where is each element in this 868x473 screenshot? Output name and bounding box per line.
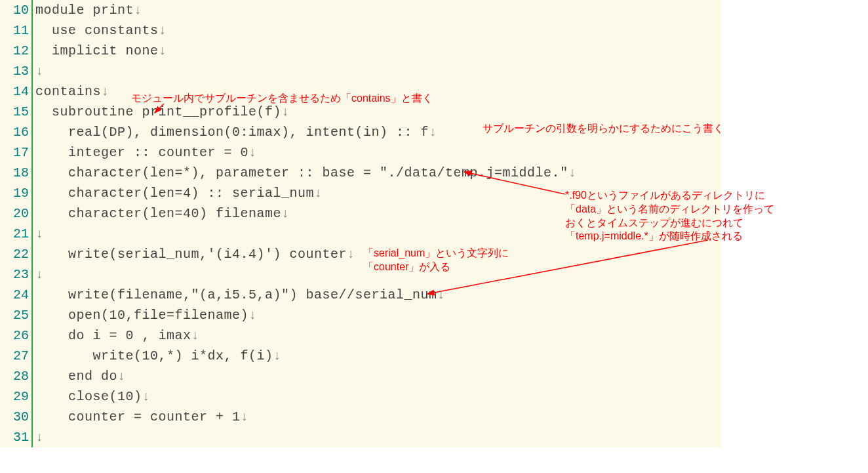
code-line: 11 use constants↓ (0, 20, 721, 41)
line-number: 12 (0, 43, 31, 58)
annotation-datadir: *.f90というファイルがあるディレクトリに 「data」という名前のディレクト… (565, 189, 774, 243)
eol-marker: ↓ (248, 308, 256, 323)
gutter-bar (31, 386, 33, 407)
gutter-bar (31, 203, 33, 224)
gutter-bar (31, 224, 33, 244)
line-number: 22 (0, 247, 31, 262)
eol-marker: ↓ (159, 43, 167, 58)
annotation-serialnum-line2: 「counter」が入る (363, 260, 509, 274)
code-line: 28 end do↓ (0, 366, 721, 386)
gutter-bar (31, 41, 33, 61)
eol-marker: ↓ (35, 226, 43, 241)
annotation-contains: モジュール内でサブルーチンを含ませるため「contains」と書く (131, 92, 433, 106)
code-line: 10module print↓ (0, 0, 721, 20)
code-text: write(10,*) i*dx, f(i) (35, 348, 273, 363)
eol-marker: ↓ (281, 206, 289, 221)
gutter-bar (31, 142, 33, 163)
line-number: 27 (0, 348, 31, 363)
code-text: open(10,file=filename) (35, 308, 248, 323)
eol-marker: ↓ (101, 84, 109, 99)
eol-marker: ↓ (35, 267, 43, 282)
code-line: 24 write(filename,"(a,i5.5,a)") base//se… (0, 285, 721, 305)
eol-marker: ↓ (568, 165, 576, 180)
eol-marker: ↓ (117, 369, 125, 384)
eol-marker: ↓ (134, 3, 142, 18)
code-line: 13↓ (0, 61, 721, 81)
gutter-bar (31, 61, 33, 81)
line-number: 26 (0, 328, 31, 343)
line-number: 13 (0, 64, 31, 79)
code-text: real(DP), dimension(0:imax), intent(in) … (35, 125, 429, 140)
gutter-bar (31, 427, 33, 447)
annotation-datadir-line4: 「temp.j=middle.*」が随時作成される (565, 230, 774, 243)
code-line: 18 character(len=*), parameter :: base =… (0, 163, 721, 183)
eol-marker: ↓ (35, 64, 43, 79)
code-text: character(len=4) :: serial_num (35, 186, 314, 201)
line-number: 16 (0, 125, 31, 140)
eol-marker: ↓ (273, 348, 281, 363)
code-line: 22 write(serial_num,'(i4.4)') counter↓ (0, 244, 721, 264)
eol-marker: ↓ (142, 389, 150, 404)
code-text: end do (35, 369, 117, 384)
eol-marker: ↓ (248, 145, 256, 160)
gutter-bar (31, 305, 33, 325)
code-text: write(serial_num,'(i4.4)') counter (35, 247, 347, 262)
gutter-bar (31, 325, 33, 346)
code-text: contains (35, 84, 101, 99)
eol-marker: ↓ (314, 186, 322, 201)
eol-marker: ↓ (347, 247, 355, 262)
eol-marker: ↓ (437, 287, 445, 302)
line-number: 23 (0, 267, 31, 282)
annotation-serialnum: 「serial_num」という文字列に 「counter」が入る (363, 247, 509, 274)
line-number: 14 (0, 84, 31, 99)
gutter-bar (31, 407, 33, 427)
code-line: 25 open(10,file=filename)↓ (0, 305, 721, 325)
gutter-bar (31, 122, 33, 142)
gutter-bar (31, 20, 33, 41)
eol-marker: ↓ (35, 430, 43, 445)
code-text: character(len=*), parameter :: base = ".… (35, 165, 568, 180)
annotation-subroutine-args: サブルーチンの引数を明らかにするためにこう書く (483, 122, 724, 136)
line-number: 25 (0, 308, 31, 323)
code-line: 17 integer :: counter = 0↓ (0, 142, 721, 163)
gutter-bar (31, 0, 33, 20)
line-number: 31 (0, 430, 31, 445)
gutter-bar (31, 285, 33, 305)
code-text: counter = counter + 1 (35, 409, 241, 424)
eol-marker: ↓ (281, 104, 289, 119)
code-text: subroutine print__profile(f) (35, 104, 281, 119)
line-number: 18 (0, 165, 31, 180)
annotation-datadir-line3: おくとタイムステップが進むにつれて (565, 216, 774, 230)
gutter-bar (31, 264, 33, 285)
line-number: 19 (0, 186, 31, 201)
code-text: close(10) (35, 389, 142, 404)
eol-marker: ↓ (159, 23, 167, 38)
code-line: 31↓ (0, 427, 721, 447)
line-number: 11 (0, 23, 31, 38)
code-text: do i = 0 , imax (35, 328, 191, 343)
gutter-bar (31, 366, 33, 386)
line-number: 24 (0, 287, 31, 302)
code-line: 23↓ (0, 264, 721, 285)
line-number: 29 (0, 389, 31, 404)
code-text: character(len=40) filename (35, 206, 281, 221)
line-number: 10 (0, 3, 31, 18)
gutter-bar (31, 81, 33, 102)
eol-marker: ↓ (191, 328, 199, 343)
code-line: 12 implicit none↓ (0, 41, 721, 61)
annotation-datadir-line2: 「data」という名前のディレクトリを作って (565, 203, 774, 216)
code-text: implicit none (35, 43, 159, 58)
line-number: 20 (0, 206, 31, 221)
code-text: write(filename,"(a,i5.5,a)") base//seria… (35, 287, 437, 302)
code-text: integer :: counter = 0 (35, 145, 248, 160)
code-text: module print (35, 3, 134, 18)
code-line: 30 counter = counter + 1↓ (0, 407, 721, 427)
annotation-datadir-line1: *.f90というファイルがあるディレクトリに (565, 189, 774, 203)
eol-marker: ↓ (241, 409, 248, 424)
gutter-bar (31, 183, 33, 203)
gutter-bar (31, 346, 33, 366)
line-number: 17 (0, 145, 31, 160)
line-number: 28 (0, 369, 31, 384)
code-text: use constants (35, 23, 159, 38)
gutter-bar (31, 163, 33, 183)
